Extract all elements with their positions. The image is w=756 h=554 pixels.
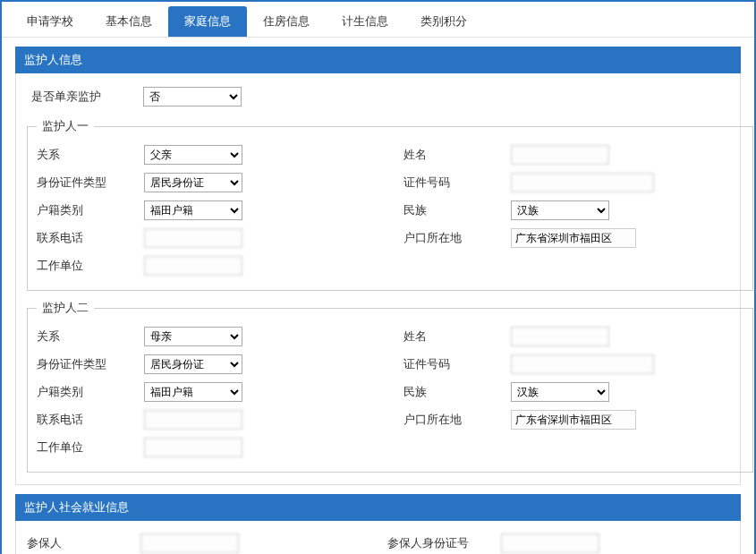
g2-huji-label: 户籍类别 — [37, 384, 144, 400]
page-container: 申请学校 基本信息 家庭信息 住房信息 计生信息 类别积分 监护人信息 是否单亲… — [0, 0, 756, 554]
guardian2-fieldset: 监护人二 关系 母亲 姓名 身份证件类型 居民身份证 证 — [27, 300, 753, 473]
g2-phone-label: 联系电话 — [37, 412, 144, 428]
tab-bar: 申请学校 基本信息 家庭信息 住房信息 计生信息 类别积分 — [2, 2, 754, 38]
social-form: 参保人 参保人身份证号 社保电脑号 养老险累计缴费月数 个月 — [15, 521, 741, 554]
g1-name-input[interactable] — [511, 145, 609, 165]
g1-idtype-select[interactable]: 居民身份证 — [144, 173, 242, 192]
g1-hujiloc-input[interactable] — [511, 228, 636, 248]
g2-relation-label: 关系 — [37, 328, 144, 345]
g1-relation-label: 关系 — [37, 147, 144, 163]
section-header-social: 监护人社会就业信息 — [15, 494, 741, 521]
tab-basic-info[interactable]: 基本信息 — [89, 6, 168, 37]
insured-id-input[interactable] — [501, 533, 599, 553]
g1-phone-label: 联系电话 — [37, 230, 144, 246]
g2-ethnic-label: 民族 — [377, 384, 511, 400]
tab-category-score[interactable]: 类别积分 — [404, 6, 483, 37]
g2-hujiloc-label: 户口所在地 — [377, 412, 511, 428]
g2-work-input[interactable] — [144, 438, 242, 457]
g2-ethnic-select[interactable]: 汉族 — [511, 382, 609, 402]
guardian-form: 是否单亲监护 否 监护人一 关系 父亲 姓名 — [15, 73, 741, 485]
g1-work-label: 工作单位 — [37, 258, 144, 274]
single-parent-select[interactable]: 否 — [143, 87, 242, 107]
g2-work-label: 工作单位 — [37, 439, 144, 456]
section-header-guardian: 监护人信息 — [15, 47, 741, 73]
g2-phone-input[interactable] — [144, 410, 242, 430]
insured-person-label: 参保人 — [27, 535, 140, 551]
tab-apply-school[interactable]: 申请学校 — [11, 6, 89, 37]
g2-name-input[interactable] — [511, 327, 609, 346]
g2-idno-label: 证件号码 — [377, 356, 511, 372]
g2-relation-select[interactable]: 母亲 — [144, 327, 242, 346]
g2-idno-input[interactable] — [511, 354, 654, 374]
guardian1-fieldset: 监护人一 关系 父亲 姓名 身份证件类型 居民身份证 证 — [27, 118, 753, 291]
g1-relation-select[interactable]: 父亲 — [144, 145, 242, 165]
g2-hujiloc-input[interactable] — [511, 410, 636, 430]
g2-idtype-label: 身份证件类型 — [37, 356, 144, 372]
g1-huji-select[interactable]: 福田户籍 — [144, 200, 242, 220]
g1-work-input[interactable] — [144, 256, 242, 276]
g1-hujiloc-label: 户口所在地 — [377, 230, 511, 246]
guardian1-legend: 监护人一 — [37, 118, 94, 134]
guardian2-legend: 监护人二 — [37, 300, 94, 316]
tab-housing-info[interactable]: 住房信息 — [247, 6, 326, 37]
section-social-info: 监护人社会就业信息 参保人 参保人身份证号 社保电脑号 养老险累计缴费月数 — [15, 494, 741, 554]
g2-idtype-select[interactable]: 居民身份证 — [144, 354, 242, 374]
g1-huji-label: 户籍类别 — [37, 202, 144, 218]
g1-phone-input[interactable] — [144, 228, 242, 248]
insured-person-input[interactable] — [140, 533, 239, 553]
g1-ethnic-label: 民族 — [377, 202, 511, 218]
g1-idtype-label: 身份证件类型 — [37, 175, 144, 191]
tab-family-info[interactable]: 家庭信息 — [168, 6, 247, 37]
tab-birth-info[interactable]: 计生信息 — [326, 6, 404, 37]
g1-idno-input[interactable] — [511, 173, 654, 192]
single-parent-label: 是否单亲监护 — [27, 89, 143, 105]
g2-huji-select[interactable]: 福田户籍 — [144, 382, 242, 402]
g2-name-label: 姓名 — [377, 328, 511, 345]
g1-idno-label: 证件号码 — [377, 175, 511, 191]
insured-id-label: 参保人身份证号 — [361, 535, 501, 551]
g1-ethnic-select[interactable]: 汉族 — [511, 200, 609, 220]
section-guardian-info: 监护人信息 是否单亲监护 否 监护人一 关系 父亲 姓名 — [15, 47, 741, 485]
g1-name-label: 姓名 — [377, 147, 511, 163]
